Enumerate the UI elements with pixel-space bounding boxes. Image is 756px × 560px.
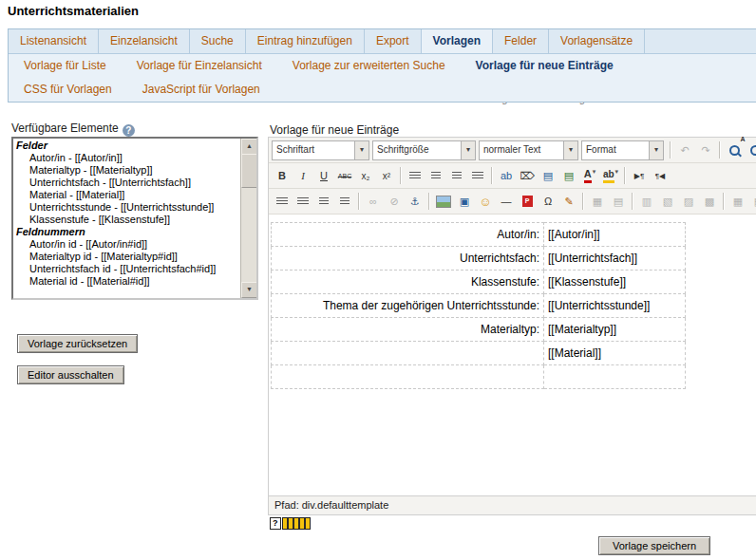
undo-icon[interactable]: ↶ bbox=[674, 140, 695, 160]
tab-felder[interactable]: Felder bbox=[493, 29, 549, 53]
align-center-icon[interactable] bbox=[425, 165, 446, 186]
field-label-cell[interactable] bbox=[272, 365, 544, 389]
subnav-vorlage-liste[interactable]: Vorlage für Liste bbox=[9, 54, 122, 78]
insert-col-icon[interactable]: ▩ bbox=[699, 191, 720, 212]
field-label-cell[interactable]: Autor/in: bbox=[272, 223, 544, 247]
list-item[interactable]: Autor/in - [[Autor/in]] bbox=[16, 152, 239, 164]
list-item[interactable]: Material id - [[Material#id]] bbox=[16, 275, 239, 288]
subnav-vorlage-neue-eintraege[interactable]: Vorlage für neue Einträge bbox=[461, 54, 629, 78]
subnav-js-vorlagen[interactable]: JavaScript für Vorlagen bbox=[127, 78, 275, 102]
field-value-cell[interactable]: [[Unterrichtsfach]] bbox=[544, 247, 686, 271]
list-item[interactable]: Unterrichtsstunde - [[Unterrichtsstunde]… bbox=[16, 201, 239, 214]
field-value-cell[interactable]: [[Autor/in]] bbox=[544, 223, 686, 247]
underline-icon[interactable]: U bbox=[313, 165, 334, 186]
subscript-icon[interactable]: x₂ bbox=[355, 165, 376, 186]
toolbar-row-2: B I U ABC x₂ x² ab ⌦ ▤ ▤ A▾ ab▾ ▶¶ ¶◀ bbox=[269, 163, 756, 189]
save-template-button[interactable]: Vorlage speichern bbox=[598, 536, 710, 555]
tab-einzelansicht[interactable]: Einzelansicht bbox=[99, 29, 190, 53]
subnav-vorlage-einzelansicht[interactable]: Vorlage für Einzelansicht bbox=[122, 54, 277, 78]
italic-icon[interactable]: I bbox=[293, 165, 313, 186]
align-right-icon[interactable] bbox=[446, 165, 467, 186]
format-select[interactable]: Format ▾ bbox=[581, 140, 664, 160]
anchor-icon[interactable]: ⚓ bbox=[405, 191, 425, 212]
scroll-up-icon[interactable]: ▲ bbox=[241, 139, 257, 155]
toolbar-row-1: Schriftart ▾ Schriftgröße ▾ normaler Tex… bbox=[269, 138, 756, 163]
editor-content-area[interactable]: Autor/in: [[Autor/in]] Unterrichtsfach: … bbox=[269, 215, 756, 495]
find-icon[interactable] bbox=[724, 140, 745, 160]
editor-off-button[interactable]: Editor ausschalten bbox=[17, 365, 124, 384]
scroll-down-icon[interactable]: ▼ bbox=[241, 282, 257, 298]
link-icon[interactable]: ∞ bbox=[363, 191, 384, 212]
listbox-scrollbar[interactable]: ▲ ▼ bbox=[240, 139, 256, 298]
cleanup-icon[interactable]: ⌦ bbox=[517, 165, 538, 186]
ltr-icon[interactable]: ▶¶ bbox=[629, 165, 650, 186]
field-label-cell[interactable]: Materialtyp: bbox=[272, 318, 544, 342]
template-edit-icon[interactable]: ✎ bbox=[558, 191, 579, 212]
special-char-icon[interactable]: Ω bbox=[538, 191, 558, 212]
unlink-icon[interactable]: ⊘ bbox=[384, 191, 405, 212]
spellcheck-icon[interactable]: ab bbox=[496, 165, 517, 186]
list-item[interactable]: Materialtyp id - [[Materialtyp#id]] bbox=[16, 251, 239, 263]
tab-vorlagen[interactable]: Vorlagen bbox=[422, 29, 493, 53]
tab-export[interactable]: Export bbox=[365, 29, 422, 53]
scrollbar-thumb[interactable] bbox=[241, 154, 257, 188]
list-item[interactable]: Unterrichtsfach - [[Unterrichtsfach]] bbox=[16, 177, 239, 189]
insert-row-icon[interactable]: ▧ bbox=[657, 191, 678, 212]
subnav-css-vorlagen[interactable]: CSS für Vorlagen bbox=[9, 78, 127, 102]
outdent-icon[interactable] bbox=[313, 191, 334, 212]
bullet-list-icon[interactable] bbox=[272, 191, 293, 212]
tab-vorlagensaetze[interactable]: Vorlagensätze bbox=[549, 29, 645, 53]
table-row: Autor/in: [[Autor/in]] bbox=[272, 223, 686, 247]
row-properties-icon[interactable]: ▤ bbox=[608, 191, 629, 212]
align-left-icon[interactable] bbox=[405, 165, 425, 186]
help-icon[interactable]: ? bbox=[123, 124, 135, 137]
pdf-icon[interactable]: P bbox=[517, 191, 538, 212]
rtl-icon[interactable]: ¶◀ bbox=[650, 165, 671, 186]
forecolor-picker[interactable]: A▾ bbox=[579, 165, 600, 186]
tab-eintrag-hinzufuegen[interactable]: Eintrag hinzufügen bbox=[246, 29, 365, 53]
merge-cells-icon[interactable]: ▦ bbox=[748, 191, 756, 212]
reset-template-button[interactable]: Vorlage zurücksetzen bbox=[17, 334, 138, 353]
cell-properties-icon[interactable]: ▥ bbox=[636, 191, 657, 212]
field-label-cell[interactable]: Klassenstufe: bbox=[272, 271, 544, 294]
bold-icon[interactable]: B bbox=[272, 165, 293, 186]
horizontal-rule-icon[interactable]: — bbox=[496, 191, 517, 212]
available-elements-listbox[interactable]: Felder Autor/in - [[Autor/in]] Materialt… bbox=[11, 137, 258, 300]
list-item[interactable]: Materialtyp - [[Materialtyp]] bbox=[16, 164, 239, 177]
image-icon[interactable] bbox=[433, 191, 454, 212]
media-icon[interactable]: ▣ bbox=[454, 191, 475, 212]
tab-suche[interactable]: Suche bbox=[190, 29, 246, 53]
numbered-list-icon[interactable] bbox=[293, 191, 313, 212]
paste-word-icon[interactable]: ▤ bbox=[558, 165, 579, 186]
emoticon-icon[interactable]: ☺ bbox=[475, 191, 496, 212]
redo-icon[interactable]: ↷ bbox=[695, 140, 716, 160]
subnav-vorlage-suche[interactable]: Vorlage zur erweiterten Suche bbox=[277, 54, 461, 78]
list-item[interactable]: Klassenstufe - [[Klassenstufe]] bbox=[16, 214, 239, 226]
field-value-cell[interactable]: [[Klassenstufe]] bbox=[544, 271, 686, 294]
align-justify-icon[interactable] bbox=[467, 165, 488, 186]
indent-icon[interactable] bbox=[334, 191, 355, 212]
block-style-select[interactable]: normaler Text ▾ bbox=[479, 140, 578, 160]
superscript-icon[interactable]: x² bbox=[376, 165, 397, 186]
keyboard-help-icon[interactable]: ? bbox=[270, 517, 311, 530]
table-icon[interactable]: ▦ bbox=[587, 191, 608, 212]
tab-listenansicht[interactable]: Listenansicht bbox=[9, 29, 99, 53]
font-size-select[interactable]: Schriftgröße ▾ bbox=[372, 140, 476, 160]
backcolor-picker[interactable]: ab▾ bbox=[600, 165, 621, 186]
field-label-cell[interactable] bbox=[272, 342, 544, 365]
field-value-cell[interactable]: [[Materialtyp]] bbox=[544, 318, 686, 342]
delete-row-icon[interactable]: ▨ bbox=[678, 191, 699, 212]
find-replace-icon[interactable]: A bbox=[745, 140, 756, 160]
field-label-cell[interactable]: Unterrichtsfach: bbox=[272, 247, 544, 271]
delete-col-icon[interactable]: ▦ bbox=[728, 191, 748, 212]
font-family-select[interactable]: Schriftart ▾ bbox=[272, 140, 369, 160]
field-value-cell[interactable]: [[Material]] bbox=[544, 342, 686, 365]
list-item[interactable]: Unterrichtsfach id - [[Unterrichtsfach#i… bbox=[16, 263, 239, 275]
strikethrough-icon[interactable]: ABC bbox=[334, 165, 355, 186]
field-label-cell[interactable]: Thema der zugehörigen Unterrichtsstunde: bbox=[272, 294, 544, 318]
field-value-cell[interactable]: [[Unterrichtsstunde]] bbox=[544, 294, 686, 318]
paste-icon[interactable]: ▤ bbox=[538, 165, 558, 186]
field-value-cell[interactable] bbox=[544, 365, 686, 389]
list-item[interactable]: Material - [[Material]] bbox=[16, 189, 239, 201]
list-item[interactable]: Autor/in id - [[Autor/in#id]] bbox=[16, 238, 239, 251]
